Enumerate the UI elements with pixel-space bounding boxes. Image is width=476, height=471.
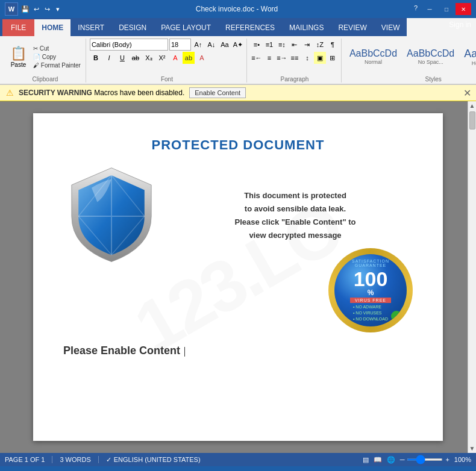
title-bar: W 💾 ↩ ↪ ▾ Check invoice.doc - Word ? ─ □… (0, 0, 476, 18)
style-no-spacing[interactable]: AaBbCcDd No Spac... (402, 46, 459, 67)
tab-review[interactable]: REVIEW (331, 19, 374, 36)
text-effects-button[interactable]: A✦ (232, 39, 244, 51)
font-controls: A↑ A↓ Aa A✦ B I U ab X₂ X² A ab A (90, 39, 244, 64)
status-bar-right: ▤ 📖 🌐 ─ + 100% (363, 456, 471, 464)
char-spacing-button[interactable]: A (196, 52, 208, 64)
style-nospace-label: No Spac... (418, 59, 443, 65)
paste-button[interactable]: 📋 Paste (7, 44, 30, 70)
font-row-1: A↑ A↓ Aa A✦ (90, 39, 244, 51)
view-web-icon[interactable]: 🌐 (387, 456, 395, 464)
increase-indent-button[interactable]: ⇥ (301, 39, 313, 51)
styles-label: Styles (425, 75, 441, 83)
style-normal-preview: AaBbCcDd (349, 48, 397, 59)
text-cursor (184, 347, 185, 357)
zoom-out-button[interactable]: ─ (400, 456, 405, 463)
close-warning-button[interactable]: ✕ (463, 87, 471, 99)
borders-button[interactable]: ⊞ (327, 52, 339, 64)
save-qat-button[interactable]: 💾 (20, 4, 30, 14)
font-color-button[interactable]: A (169, 52, 181, 64)
paragraph-label: Paragraph (281, 75, 309, 83)
doc-line-3: Please click "Enable Content" to (178, 216, 413, 229)
underline-button[interactable]: U (116, 52, 128, 64)
font-family-input[interactable] (90, 39, 168, 51)
badge-guarantee-text: GUARANTEE (355, 263, 387, 267)
shading-button[interactable]: ▣ (314, 52, 326, 64)
scroll-up-arrow[interactable]: ▲ (468, 101, 476, 110)
zoom-in-button[interactable]: + (445, 456, 449, 463)
view-reading-icon[interactable]: 📖 (374, 456, 382, 464)
cut-button[interactable]: ✂ Cut (31, 45, 83, 52)
tab-home[interactable]: HOME (34, 19, 70, 36)
align-center-button[interactable]: ≡ (263, 52, 275, 64)
doc-text-area: This document is protected to avoid sens… (178, 165, 413, 332)
tab-file[interactable]: FILE (2, 19, 34, 36)
restore-button[interactable]: □ (439, 3, 454, 15)
strikethrough-button[interactable]: ab (130, 52, 142, 64)
document-title: PROTECTED DOCUMENT (63, 137, 413, 153)
tab-design[interactable]: DESIGN (111, 19, 154, 36)
bullets-button[interactable]: ≡• (251, 39, 263, 51)
scroll-down-arrow[interactable]: ▼ (468, 444, 476, 453)
security-warning-message: Macros have been disabled. (94, 89, 184, 97)
tab-mailings[interactable]: MAILINGS (282, 19, 331, 36)
vertical-scrollbar[interactable]: ▲ ▼ (468, 101, 476, 453)
signin-link[interactable]: Sign in (449, 20, 471, 29)
redo-qat-button[interactable]: ↪ (42, 4, 52, 14)
style-heading1[interactable]: AaBbCc Heading 1 (460, 46, 476, 68)
font-size-input[interactable] (169, 39, 191, 51)
style-normal[interactable]: AaBbCcDd Normal (345, 46, 401, 67)
doc-line-1: This document is protected (178, 189, 413, 202)
badge-number: 100 (354, 269, 388, 289)
qat-dropdown-button[interactable]: ▾ (53, 4, 63, 14)
zoom-level[interactable]: 100% (454, 456, 471, 463)
line-spacing-button[interactable]: ↕ (301, 52, 313, 64)
multilevel-button[interactable]: ≡↕ (276, 39, 288, 51)
close-button[interactable]: ✕ (456, 3, 471, 15)
bold-button[interactable]: B (90, 52, 102, 64)
sort-button[interactable]: ↕Z (314, 39, 326, 51)
undo-qat-button[interactable]: ↩ (31, 4, 41, 14)
style-h1-preview: AaBbCc (464, 48, 476, 60)
view-normal-icon[interactable]: ▤ (363, 456, 369, 464)
superscript-button[interactable]: X² (156, 52, 168, 64)
align-right-button[interactable]: ≡→ (276, 52, 288, 64)
copy-button[interactable]: 📄 Copy (31, 53, 83, 61)
paragraph-group: ≡• ≡1 ≡↕ ⇤ ⇥ ↕Z ¶ ≡← ≡ ≡→ ≡≡ ↕ ▣ ⊞ (248, 39, 342, 83)
doc-line-2: to avoid sensible data leak. (178, 202, 413, 216)
style-h1-label: Heading 1 (472, 60, 476, 66)
decrease-font-button[interactable]: A↓ (205, 39, 218, 51)
tab-view[interactable]: VIEW (374, 19, 407, 36)
page-info: PAGE 1 OF 1 (5, 456, 45, 463)
enable-content-button[interactable]: Enable Content (189, 87, 246, 98)
italic-button[interactable]: I (103, 52, 115, 64)
badge-no-adware: • NO ADWARE (353, 304, 388, 310)
increase-font-button[interactable]: A↑ (192, 39, 204, 51)
status-divider-1 (52, 456, 52, 463)
badge-area: SATISFACTION GUARANTEE 100 % VIRUS FREE … (178, 248, 413, 332)
document-content: PROTECTED DOCUMENT (63, 137, 413, 357)
clipboard-label: Clipboard (33, 75, 58, 83)
show-para-button[interactable]: ¶ (327, 39, 339, 51)
scroll-thumb[interactable] (469, 111, 475, 129)
tab-page-layout[interactable]: PAGE LAYOUT (154, 19, 218, 36)
warning-icon: ⚠ (6, 88, 14, 98)
minimize-button[interactable]: ─ (422, 3, 437, 15)
badge-no-download: • NO DOWNLOAD (353, 316, 388, 322)
zoom-slider[interactable]: ─ + (400, 456, 449, 463)
zoom-range[interactable] (407, 458, 443, 461)
tab-references[interactable]: REFERENCES (218, 19, 282, 36)
justify-button[interactable]: ≡≡ (289, 52, 301, 64)
help-button[interactable]: ? (411, 3, 421, 13)
format-painter-button[interactable]: 🖌 Format Painter (31, 61, 83, 69)
highlight-button[interactable]: ab (183, 52, 195, 64)
decrease-indent-button[interactable]: ⇤ (289, 39, 301, 51)
spell-check-icon: ✓ (106, 456, 111, 464)
clear-format-button[interactable]: Aa (219, 39, 231, 51)
subscript-button[interactable]: X₂ (143, 52, 155, 64)
align-left-button[interactable]: ≡← (251, 52, 263, 64)
numbering-button[interactable]: ≡1 (263, 39, 275, 51)
doc-body-text: This document is protected to avoid sens… (178, 189, 413, 242)
language-label: ENGLISH (UNITED STATES) (114, 456, 201, 463)
tab-insert[interactable]: INSERT (70, 19, 111, 36)
para-row-1: ≡• ≡1 ≡↕ ⇤ ⇥ ↕Z ¶ (251, 39, 339, 51)
